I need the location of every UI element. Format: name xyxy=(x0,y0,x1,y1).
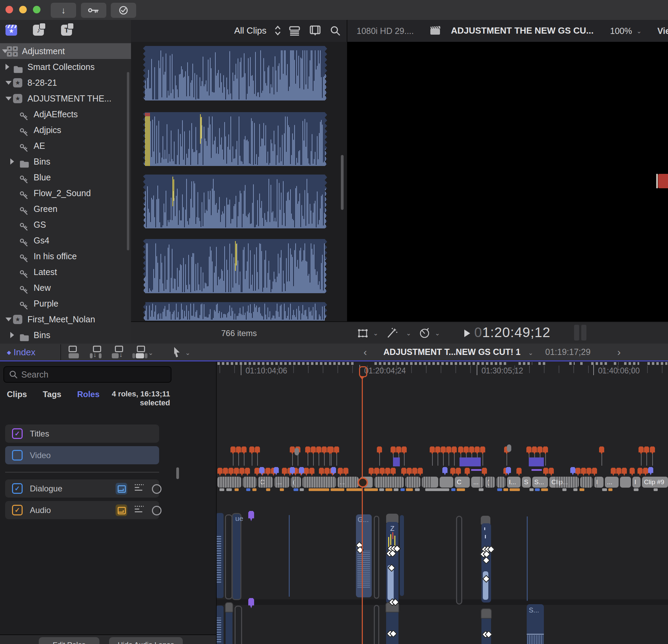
marker-pin[interactable] xyxy=(537,446,542,455)
marker-pin[interactable] xyxy=(338,468,343,476)
timeline-clip-segment[interactable]: ... xyxy=(605,477,619,488)
sidebar-item-latest[interactable]: Latest xyxy=(0,264,131,280)
chapter-marker-pin[interactable] xyxy=(442,467,448,475)
browser-scrollbar[interactable] xyxy=(341,155,344,210)
marker-pin[interactable] xyxy=(456,468,461,476)
index-search-input[interactable]: Search xyxy=(3,366,171,383)
chapter-marker-pin[interactable] xyxy=(299,467,304,475)
marker-pin[interactable] xyxy=(549,468,554,476)
marker-pin[interactable] xyxy=(217,468,223,476)
role-solo-button[interactable] xyxy=(152,506,162,515)
index-tab-tags[interactable]: Tags xyxy=(43,390,61,399)
marker-pin[interactable] xyxy=(369,468,374,476)
enhancements-wand-button[interactable] xyxy=(385,327,398,341)
playhead-line[interactable] xyxy=(362,377,363,644)
tab-photos-audio[interactable]: ♪ xyxy=(33,25,44,36)
marker-pin[interactable] xyxy=(446,446,451,455)
role-lanes-button[interactable] xyxy=(116,504,127,516)
marker-pin[interactable] xyxy=(586,468,592,476)
marker-pin[interactable] xyxy=(402,446,407,455)
prev-project-icon[interactable]: ‹ xyxy=(363,346,367,358)
timeline-clip[interactable] xyxy=(400,515,404,596)
marker-pin[interactable] xyxy=(322,446,327,455)
play-button[interactable] xyxy=(464,330,470,337)
timeline-clip[interactable] xyxy=(232,513,241,600)
next-project-icon[interactable]: › xyxy=(617,346,621,358)
transform-chevron-icon[interactable]: ⌄ xyxy=(373,330,378,337)
marker-pin[interactable] xyxy=(290,446,295,455)
disclosure-down-icon[interactable] xyxy=(5,97,12,100)
tab-libraries[interactable]: ★ xyxy=(5,25,17,36)
marker-pin[interactable] xyxy=(228,468,234,476)
timeline-clip[interactable]: G... xyxy=(356,514,372,597)
tool-chevron-icon[interactable]: ⌄ xyxy=(185,349,190,357)
marker-pin[interactable] xyxy=(637,468,643,476)
background-tasks-button[interactable] xyxy=(111,3,136,18)
hide-audio-lanes-button[interactable]: Hide Audio Lanes xyxy=(109,637,183,644)
marker-pin[interactable] xyxy=(236,446,241,455)
keyword-editor-button[interactable] xyxy=(81,3,106,18)
marker-pin[interactable] xyxy=(374,468,379,476)
timeline-clip-segment[interactable]: I xyxy=(632,477,641,488)
marker-pin[interactable] xyxy=(407,468,412,476)
browser-audio-clip[interactable] xyxy=(143,112,327,166)
sidebar-item-adjpics[interactable]: Adjpics xyxy=(0,122,131,138)
sidebar-item-smart-collections[interactable]: Smart Collections xyxy=(0,59,131,75)
timeline-clip[interactable] xyxy=(217,513,224,598)
disclosure-right-icon[interactable] xyxy=(10,332,14,338)
playhead-pin[interactable] xyxy=(359,366,367,377)
marker-pin[interactable] xyxy=(543,446,548,455)
timeline-clip[interactable] xyxy=(217,606,224,644)
marker-pin[interactable] xyxy=(324,468,330,476)
marker-pin[interactable] xyxy=(223,468,228,476)
project-name-dropdown[interactable]: ADJUSTMENT T...NEW GS CUT! 1 xyxy=(383,347,521,357)
marker-pin[interactable] xyxy=(239,468,244,476)
marker-pin[interactable] xyxy=(230,446,236,455)
timeline-clip[interactable] xyxy=(225,514,232,599)
marker-pin[interactable] xyxy=(401,468,406,476)
retime-button[interactable] xyxy=(418,327,431,341)
overwrite-edit-button[interactable] xyxy=(134,346,147,359)
sidebar-item-new[interactable]: New xyxy=(0,280,131,296)
marker-pin[interactable] xyxy=(435,446,440,455)
marker-pin[interactable] xyxy=(311,446,316,455)
marker-pin[interactable] xyxy=(249,446,254,455)
timeline-clip[interactable] xyxy=(235,606,242,644)
marker-pin[interactable] xyxy=(581,468,586,476)
sidebar-item-adjustment-the-[interactable]: ★ADJUSTMENT THE... xyxy=(0,91,131,106)
chapter-marker-pin[interactable] xyxy=(648,467,653,475)
marker-pin[interactable] xyxy=(265,468,271,476)
chapter-marker-pin[interactable] xyxy=(570,467,575,475)
browser-audio-clip[interactable] xyxy=(143,175,327,228)
marker-pin[interactable] xyxy=(241,446,247,455)
audio-meter-left[interactable] xyxy=(574,325,579,341)
filter-chevrons-icon[interactable] xyxy=(274,25,281,38)
timeline-clip[interactable] xyxy=(481,610,491,644)
role-focus-button[interactable] xyxy=(135,484,144,492)
role-checkbox-video[interactable] xyxy=(12,450,23,461)
timeline-clip[interactable] xyxy=(386,604,398,644)
sidebar-item-bins[interactable]: Bins xyxy=(0,327,131,343)
transform-button[interactable] xyxy=(357,327,369,341)
timeline-clip[interactable]: S... xyxy=(527,604,544,644)
browser-audio-clip[interactable] xyxy=(143,302,327,321)
sidebar-item-ae[interactable]: AE xyxy=(0,138,131,154)
marker-pin[interactable] xyxy=(334,446,339,455)
timeline-clip-segment[interactable]: S xyxy=(522,477,531,488)
marker-pin[interactable] xyxy=(305,446,310,455)
sidebar-item-adjaeffects[interactable]: AdjAEffects xyxy=(0,106,131,122)
sidebar-item-flow-2-sound[interactable]: Flow_2_Sound xyxy=(0,185,131,201)
marker-pin[interactable] xyxy=(343,468,348,476)
viewer-zoom-dropdown[interactable]: 100% xyxy=(610,26,632,36)
sidebar-item-green[interactable]: Green xyxy=(0,201,131,217)
role-lanes-button[interactable] xyxy=(116,483,127,494)
overwrite-chevron-icon[interactable]: ⌄ xyxy=(148,349,153,357)
marker-pin[interactable] xyxy=(377,446,382,455)
timeline-clip[interactable] xyxy=(374,516,379,599)
timeline-clip-segment[interactable]: C xyxy=(455,477,470,488)
sidebar-scrollbar[interactable] xyxy=(127,72,129,250)
role-checkbox-audio[interactable]: ✓ xyxy=(12,505,23,515)
marker-pin[interactable] xyxy=(526,446,532,455)
marker-pin[interactable] xyxy=(592,468,597,476)
marker-pin[interactable] xyxy=(575,468,581,476)
